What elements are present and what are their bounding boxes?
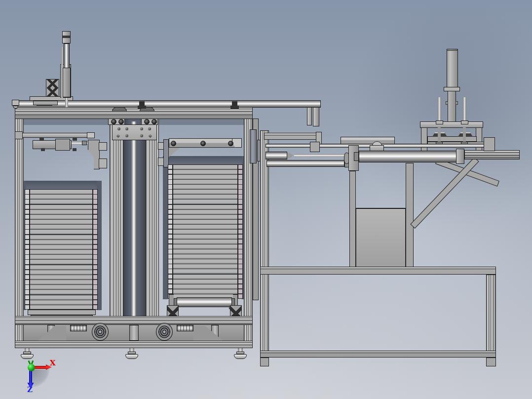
cad-viewport[interactable]: X Z [0, 0, 532, 399]
z-axis-shaft [29, 371, 32, 383]
origin-ball [28, 364, 35, 371]
orientation-triad: X Z [0, 0, 532, 399]
z-axis-label: Z [27, 386, 33, 394]
triad-shadow-arc [32, 369, 49, 387]
x-axis-label: X [50, 359, 56, 367]
x-axis-shaft [35, 366, 46, 369]
